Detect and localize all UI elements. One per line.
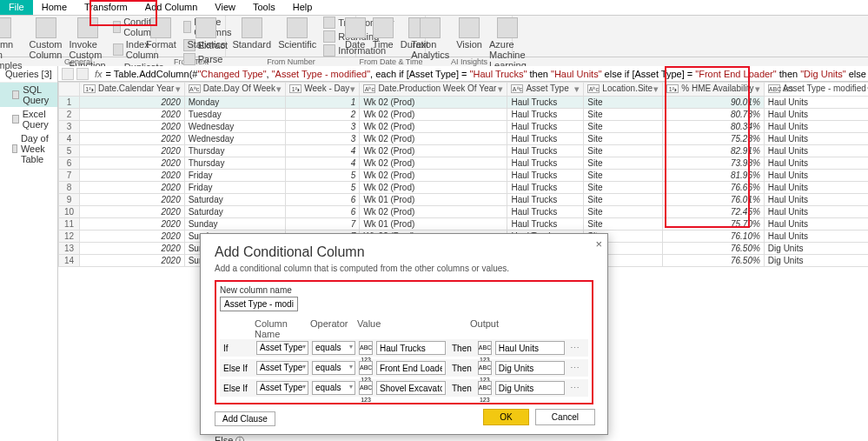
table-cell[interactable]: Site — [584, 218, 663, 231]
table-cell[interactable]: Wednesday — [184, 121, 286, 133]
table-cell[interactable]: Haul Units — [764, 157, 868, 170]
table-cell[interactable]: 2020 — [79, 133, 184, 145]
table-cell[interactable]: Haul Trucks — [507, 206, 584, 218]
value-input[interactable] — [376, 381, 446, 395]
table-cell[interactable]: Site — [584, 182, 663, 194]
table-cell[interactable]: Wednesday — [184, 133, 286, 145]
aml-button[interactable]: Azure Machine Learning — [486, 16, 530, 72]
vision-button[interactable]: Vision — [453, 16, 486, 72]
row-number[interactable]: 9 — [58, 194, 79, 206]
check-icon[interactable] — [76, 68, 89, 80]
query-sql[interactable]: SQL Query — [0, 83, 57, 107]
table-cell[interactable]: Haul Units — [764, 194, 868, 206]
standard-button[interactable]: Standard — [229, 16, 275, 57]
table-menu-icon[interactable] — [62, 68, 74, 80]
table-cell[interactable]: 7 — [286, 218, 360, 231]
table-cell[interactable]: 80.73% — [663, 109, 765, 121]
table-cell[interactable]: 75.28% — [663, 133, 765, 145]
table-cell[interactable]: Wk 02 (Prod) — [360, 170, 507, 182]
value-input[interactable] — [376, 341, 446, 355]
scientific-button[interactable]: Scientific — [275, 16, 320, 57]
table-cell[interactable]: 72.45% — [663, 206, 765, 218]
table-cell[interactable]: 2020 — [79, 194, 184, 206]
table-cell[interactable]: Haul Trucks — [507, 97, 584, 109]
table-cell[interactable]: Wk 01 (Prod) — [360, 218, 507, 231]
table-cell[interactable]: Haul Units — [764, 206, 868, 218]
menu-tools[interactable]: Tools — [244, 0, 284, 15]
table-cell[interactable]: Wk 02 (Prod) — [360, 157, 507, 170]
table-cell[interactable]: 4 — [286, 157, 360, 170]
table-cell[interactable]: Site — [584, 194, 663, 206]
table-cell[interactable]: Haul Trucks — [507, 182, 584, 194]
table-cell[interactable]: Haul Trucks — [507, 121, 584, 133]
table-cell[interactable]: Site — [584, 133, 663, 145]
table-cell[interactable]: 2020 — [79, 206, 184, 218]
row-number[interactable]: 3 — [58, 121, 79, 133]
table-cell[interactable]: Site — [584, 145, 663, 157]
table-cell[interactable]: Friday — [184, 170, 286, 182]
table-cell[interactable]: Haul Trucks — [507, 194, 584, 206]
output-input[interactable] — [495, 361, 565, 375]
column-header[interactable]: 1²₃% HME Availability▾ — [663, 83, 765, 97]
table-cell[interactable]: 2020 — [79, 218, 184, 231]
table-cell[interactable]: Thursday — [184, 145, 286, 157]
column-header[interactable]: AᴮcDate.Day Of Week▾ — [184, 83, 286, 97]
table-cell[interactable]: Haul Units — [764, 218, 868, 231]
column-header[interactable] — [58, 83, 79, 97]
menu-home[interactable]: Home — [33, 0, 76, 15]
column-select[interactable]: Asset Type — [256, 361, 308, 375]
more-icon[interactable]: ⋯ — [568, 363, 582, 374]
table-cell[interactable]: 2020 — [79, 109, 184, 121]
table-cell[interactable]: 2020 — [79, 182, 184, 194]
table-cell[interactable]: Site — [584, 121, 663, 133]
table-cell[interactable]: Wk 01 (Prod) — [360, 194, 507, 206]
table-cell[interactable]: 76.66% — [663, 182, 765, 194]
table-cell[interactable]: 2020 — [79, 255, 184, 267]
column-header[interactable]: AᴮcDate.Production Week Of Year▾ — [360, 83, 507, 97]
menu-help[interactable]: Help — [284, 0, 321, 15]
table-cell[interactable]: Site — [584, 97, 663, 109]
col-from-examples-button[interactable]: Column From Examples — [0, 16, 26, 84]
text-analytics-button[interactable]: Text Analytics — [407, 16, 453, 72]
table-cell[interactable]: 6 — [286, 194, 360, 206]
table-cell[interactable]: Site — [584, 206, 663, 218]
output-type-picker[interactable]: ABC 123 — [478, 341, 492, 355]
row-number[interactable]: 11 — [58, 218, 79, 231]
table-cell[interactable]: Wk 02 (Prod) — [360, 182, 507, 194]
table-cell[interactable]: 82.91% — [663, 145, 765, 157]
operator-select[interactable]: equals — [312, 381, 355, 395]
table-cell[interactable]: Wk 02 (Prod) — [360, 121, 507, 133]
table-cell[interactable]: Haul Units — [764, 170, 868, 182]
row-number[interactable]: 12 — [58, 231, 79, 243]
column-header[interactable]: 1²₃Date.Calendar Year▾ — [79, 83, 184, 97]
row-number[interactable]: 8 — [58, 182, 79, 194]
value-type-picker[interactable]: ABC 123 — [359, 361, 373, 375]
column-header[interactable]: AᴮcAsset Type▾ — [507, 83, 584, 97]
table-cell[interactable]: Wk 02 (Prod) — [360, 206, 507, 218]
table-cell[interactable]: Haul Units — [764, 133, 868, 145]
table-cell[interactable]: Saturday — [184, 206, 286, 218]
output-type-picker[interactable]: ABC 123 — [478, 381, 492, 395]
row-number[interactable]: 14 — [58, 255, 79, 267]
table-cell[interactable]: 2020 — [79, 97, 184, 109]
table-cell[interactable]: Haul Trucks — [507, 157, 584, 170]
table-cell[interactable]: 6 — [286, 206, 360, 218]
table-cell[interactable]: Haul Units — [764, 97, 868, 109]
menu-transform[interactable]: Transform — [76, 0, 136, 15]
value-type-picker[interactable]: ABC 123 — [359, 341, 373, 355]
table-cell[interactable]: 2020 — [79, 157, 184, 170]
table-cell[interactable]: Thursday — [184, 157, 286, 170]
table-cell[interactable]: 2020 — [79, 145, 184, 157]
output-input[interactable] — [495, 381, 565, 395]
value-input[interactable] — [376, 361, 446, 375]
table-cell[interactable]: Haul Trucks — [507, 133, 584, 145]
table-cell[interactable]: Haul Trucks — [507, 218, 584, 231]
cancel-button[interactable]: Cancel — [535, 409, 595, 425]
table-cell[interactable]: 80.34% — [663, 121, 765, 133]
table-cell[interactable]: 81.96% — [663, 170, 765, 182]
table-cell[interactable]: Haul Units — [764, 182, 868, 194]
table-cell[interactable]: 76.01% — [663, 194, 765, 206]
statistics-button[interactable]: Statistics — [183, 16, 229, 57]
table-cell[interactable]: 76.50% — [663, 243, 765, 255]
table-cell[interactable]: 5 — [286, 182, 360, 194]
